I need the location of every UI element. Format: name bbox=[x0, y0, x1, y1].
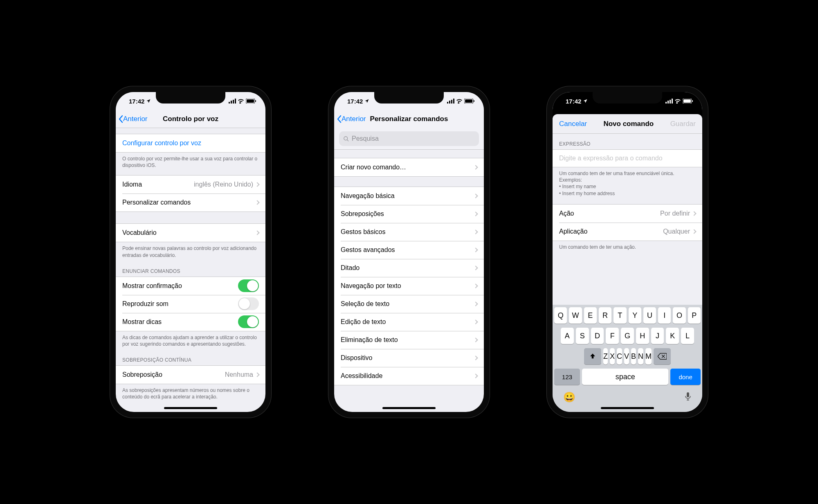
key-r[interactable]: R bbox=[599, 307, 611, 324]
page-title: Personalizar comandos bbox=[370, 115, 448, 123]
status-icons bbox=[665, 99, 693, 104]
app-value: Qualquer bbox=[663, 228, 690, 235]
play-sound-toggle[interactable] bbox=[238, 297, 259, 310]
content[interactable]: Configurar controlo por voz O controlo p… bbox=[116, 128, 265, 412]
mic-key[interactable] bbox=[684, 392, 692, 403]
space-key[interactable]: space bbox=[582, 369, 668, 385]
command-group-row[interactable]: Navegação básica bbox=[334, 187, 484, 205]
svg-rect-16 bbox=[665, 102, 667, 104]
configure-label: Configurar controlo por voz bbox=[122, 140, 259, 147]
key-w[interactable]: W bbox=[569, 307, 582, 324]
show-tips-row: Mostrar dicas bbox=[116, 313, 265, 331]
key-y[interactable]: Y bbox=[629, 307, 641, 324]
key-g[interactable]: G bbox=[621, 328, 634, 344]
overlay-row[interactable]: Sobreposição Nenhuma bbox=[116, 366, 265, 384]
content[interactable]: Criar novo comando… Navegação básicaSobr… bbox=[334, 150, 484, 412]
key-c[interactable]: C bbox=[617, 348, 622, 364]
command-group-row[interactable]: Ditado bbox=[334, 259, 484, 277]
chevron-icon bbox=[473, 374, 478, 378]
expression-footer: Um comando tem de ter uma frase enunciáv… bbox=[553, 167, 702, 199]
key-v[interactable]: V bbox=[624, 348, 629, 364]
key-z[interactable]: Z bbox=[603, 348, 608, 364]
shift-key[interactable] bbox=[584, 348, 601, 364]
key-q[interactable]: Q bbox=[554, 307, 567, 324]
done-key[interactable]: done bbox=[670, 369, 701, 385]
back-label: Anterior bbox=[342, 115, 366, 123]
key-x[interactable]: X bbox=[610, 348, 615, 364]
save-button[interactable]: Guardar bbox=[670, 120, 696, 128]
key-n[interactable]: N bbox=[638, 348, 643, 364]
overlay-header: SOBREPOSIÇÃO CONTÍNUA bbox=[116, 350, 265, 365]
key-t[interactable]: T bbox=[614, 307, 626, 324]
svg-rect-6 bbox=[255, 100, 256, 102]
svg-rect-22 bbox=[692, 100, 693, 102]
content[interactable]: EXPRESSÃO Digite a expressão para o coma… bbox=[553, 134, 702, 305]
home-indicator[interactable] bbox=[601, 407, 654, 409]
tips-footer: As dicas de comandos ajudam a aprender a… bbox=[116, 331, 265, 350]
svg-rect-2 bbox=[233, 100, 234, 104]
app-label: Aplicação bbox=[559, 228, 663, 235]
key-a[interactable]: A bbox=[561, 328, 574, 344]
svg-rect-3 bbox=[235, 99, 236, 104]
numbers-key[interactable]: 123 bbox=[554, 369, 580, 385]
chevron-icon bbox=[473, 230, 478, 234]
customize-commands-row[interactable]: Personalizar comandos bbox=[116, 194, 265, 212]
vocabulary-row[interactable]: Vocabulário bbox=[116, 224, 265, 242]
action-row[interactable]: Ação Por definir bbox=[553, 205, 702, 223]
key-j[interactable]: J bbox=[651, 328, 664, 344]
command-group-row[interactable]: Edição de texto bbox=[334, 313, 484, 331]
key-o[interactable]: O bbox=[673, 307, 685, 324]
chevron-icon bbox=[473, 338, 478, 342]
show-tips-toggle[interactable] bbox=[238, 315, 259, 328]
cancel-button[interactable]: Cancelar bbox=[559, 120, 587, 128]
command-groups-list: Navegação básicaSobreposiçõesGestos bási… bbox=[334, 187, 484, 385]
location-icon bbox=[583, 99, 588, 104]
overlay-value: Nenhuma bbox=[225, 371, 253, 378]
key-f[interactable]: F bbox=[606, 328, 619, 344]
key-h[interactable]: H bbox=[636, 328, 649, 344]
key-k[interactable]: K bbox=[666, 328, 679, 344]
key-i[interactable]: I bbox=[658, 307, 671, 324]
key-m[interactable]: M bbox=[645, 348, 652, 364]
configure-voice-control[interactable]: Configurar controlo por voz bbox=[116, 134, 265, 152]
command-group-row[interactable]: Sobreposições bbox=[334, 205, 484, 223]
command-group-row[interactable]: Navegação por texto bbox=[334, 277, 484, 295]
language-row[interactable]: Idioma inglês (Reino Unido) bbox=[116, 176, 265, 194]
search-input[interactable]: Pesquisa bbox=[339, 131, 479, 146]
notch bbox=[156, 92, 225, 104]
svg-rect-8 bbox=[449, 101, 450, 104]
show-confirmation-toggle[interactable] bbox=[238, 279, 259, 292]
command-group-row[interactable]: Acessibilidade bbox=[334, 367, 484, 385]
svg-rect-17 bbox=[667, 101, 669, 104]
backspace-key[interactable] bbox=[654, 348, 671, 364]
home-indicator[interactable] bbox=[382, 407, 436, 409]
expression-header: EXPRESSÃO bbox=[553, 134, 702, 149]
chevron-icon bbox=[692, 211, 696, 216]
key-u[interactable]: U bbox=[643, 307, 656, 324]
key-p[interactable]: P bbox=[688, 307, 701, 324]
command-group-row[interactable]: Eliminação de texto bbox=[334, 331, 484, 349]
create-command-row[interactable]: Criar novo comando… bbox=[334, 158, 484, 176]
command-group-row[interactable]: Dispositivo bbox=[334, 349, 484, 367]
command-group-row[interactable]: Seleção de texto bbox=[334, 295, 484, 313]
home-indicator[interactable] bbox=[164, 407, 217, 409]
notch bbox=[374, 92, 444, 104]
keyboard[interactable]: QWERTYUIOP ASDFGHJKL ZXCVBNM 123 space bbox=[553, 305, 702, 412]
key-s[interactable]: S bbox=[576, 328, 589, 344]
key-d[interactable]: D bbox=[591, 328, 604, 344]
language-value: inglês (Reino Unido) bbox=[194, 181, 253, 188]
svg-rect-10 bbox=[453, 99, 454, 104]
emoji-key[interactable]: 😀 bbox=[563, 392, 575, 403]
expression-input[interactable]: Digite a expressão para o comando bbox=[553, 149, 702, 167]
page-title: Controlo por voz bbox=[163, 115, 218, 123]
svg-rect-23 bbox=[687, 392, 689, 397]
application-row[interactable]: Aplicação Qualquer bbox=[553, 223, 702, 241]
svg-rect-5 bbox=[247, 99, 254, 103]
back-button[interactable]: Anterior bbox=[337, 115, 366, 123]
key-l[interactable]: L bbox=[681, 328, 694, 344]
command-group-row[interactable]: Gestos avançados bbox=[334, 241, 484, 259]
key-b[interactable]: B bbox=[631, 348, 636, 364]
key-e[interactable]: E bbox=[584, 307, 597, 324]
command-group-row[interactable]: Gestos básicos bbox=[334, 223, 484, 241]
back-button[interactable]: Anterior bbox=[118, 115, 148, 123]
